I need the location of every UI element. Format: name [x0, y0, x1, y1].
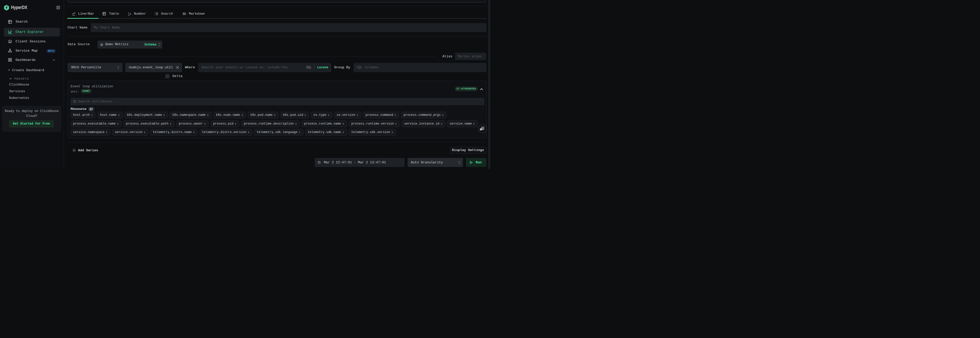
svg-text:3: 3 — [130, 13, 131, 15]
svg-text:2: 2 — [128, 14, 130, 16]
